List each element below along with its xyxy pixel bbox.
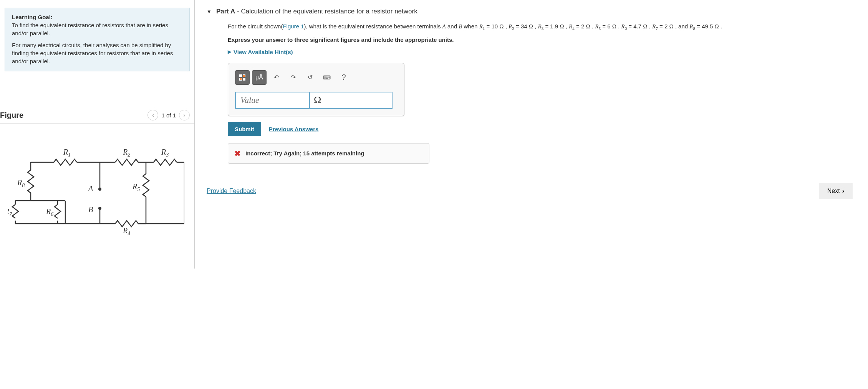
- circuit-figure: R1 R2 R3 R4 R5 R6 R7 R8 A B: [0, 124, 194, 244]
- previous-answers-link[interactable]: Previous Answers: [269, 126, 319, 132]
- figure-prev-button[interactable]: ‹: [147, 110, 158, 120]
- view-hints-button[interactable]: ▶ View Available Hint(s): [228, 49, 853, 55]
- expand-icon: ▶: [228, 49, 231, 54]
- answer-box: μÅ ↶ ↷ ↺ ⌨ ? Ω: [228, 63, 404, 116]
- redo-button[interactable]: ↷: [286, 70, 300, 85]
- svg-point-10: [98, 188, 101, 191]
- svg-text:R4: R4: [123, 226, 130, 235]
- special-chars-button[interactable]: μÅ: [252, 70, 267, 85]
- svg-text:R3: R3: [161, 148, 169, 158]
- submit-button[interactable]: Submit: [228, 122, 261, 136]
- help-button[interactable]: ?: [336, 70, 351, 85]
- svg-text:A: A: [88, 184, 93, 193]
- feedback-message: ✖ Incorrect; Try Again; 15 attempts rema…: [228, 143, 429, 164]
- svg-text:R8: R8: [17, 178, 25, 188]
- part-header[interactable]: ▼ Part A - Calculation of the equivalent…: [207, 8, 856, 22]
- incorrect-icon: ✖: [234, 149, 241, 158]
- svg-text:R5: R5: [132, 182, 140, 192]
- svg-text:R6: R6: [46, 207, 53, 217]
- keyboard-button[interactable]: ⌨: [320, 70, 334, 85]
- value-input[interactable]: [235, 92, 310, 109]
- chevron-right-icon: ›: [842, 188, 844, 194]
- unit-input[interactable]: Ω: [310, 92, 393, 109]
- templates-button[interactable]: [235, 70, 250, 85]
- figure-next-button[interactable]: ›: [179, 110, 190, 120]
- collapse-icon: ▼: [207, 9, 212, 15]
- svg-text:R7: R7: [8, 207, 12, 217]
- learning-goal-box: Learning Goal: To find the equivalent re…: [5, 8, 190, 71]
- next-button[interactable]: Next ›: [819, 183, 853, 199]
- reset-button[interactable]: ↺: [303, 70, 317, 85]
- learning-goal-heading: Learning Goal:: [12, 14, 182, 20]
- templates-icon: [239, 74, 245, 81]
- question-text: For the circuit shown(Figure 1), what is…: [228, 22, 853, 32]
- figure-heading: Figure: [0, 111, 23, 120]
- learning-goal-text: To find the equivalent resistance of res…: [12, 21, 182, 37]
- svg-text:R1: R1: [63, 148, 71, 158]
- figure-link[interactable]: Figure 1: [283, 23, 304, 30]
- svg-text:R2: R2: [123, 148, 130, 158]
- figure-counter: 1 of 1: [161, 112, 176, 119]
- part-label: Part A: [216, 8, 235, 15]
- learning-goal-desc: For many electrical circuits, their anal…: [12, 41, 182, 65]
- part-title: Calculation of the equivalent resistance…: [241, 8, 417, 15]
- svg-point-11: [98, 207, 101, 210]
- svg-text:B: B: [88, 205, 93, 214]
- undo-button[interactable]: ↶: [269, 70, 283, 85]
- answer-instruction: Express your answer to three significant…: [228, 36, 853, 43]
- provide-feedback-link[interactable]: Provide Feedback: [207, 188, 256, 194]
